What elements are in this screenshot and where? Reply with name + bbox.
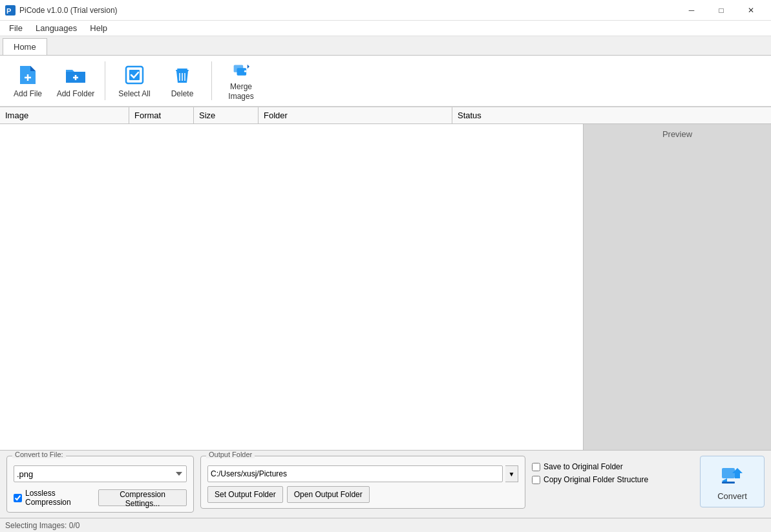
output-folder-group: Output Folder ▼ Set Output Folder Open O… <box>200 456 525 509</box>
svg-point-16 <box>244 70 246 72</box>
save-original-row: Save to Original Folder <box>532 462 693 471</box>
preview-label: Preview <box>662 129 692 139</box>
titlebar-title: PiCode v1.0.0 (Trial version) <box>19 6 118 15</box>
toolbar: Add File Add Folder Select All De <box>0 56 771 107</box>
menu-item-languages[interactable]: Languages <box>29 21 83 36</box>
minimize-button[interactable]: ─ <box>677 0 706 21</box>
col-header-image: Image <box>0 107 129 123</box>
svg-rect-9 <box>177 69 187 70</box>
titlebar-controls: ─ □ ✕ <box>677 0 766 21</box>
lossless-checkbox[interactable] <box>14 494 22 502</box>
delete-label: Delete <box>171 89 194 98</box>
lossless-label: Lossless Compression <box>25 489 94 507</box>
convert-label: Convert <box>717 491 747 501</box>
preview-panel: Preview <box>584 124 771 450</box>
add-folder-icon <box>64 63 87 87</box>
add-file-button[interactable]: Add File <box>5 58 50 103</box>
bottom-bar: Convert to File: .png .jpg .bmp .gif .ti… <box>0 450 771 518</box>
convert-button[interactable]: Convert <box>700 456 765 507</box>
tab-home[interactable]: Home <box>3 38 47 55</box>
add-file-label: Add File <box>14 89 42 98</box>
set-output-folder-button[interactable]: Set Output Folder <box>207 486 283 503</box>
copy-structure-row: Copy Original Folder Structure <box>532 475 693 484</box>
save-options-group: Save to Original Folder Copy Original Fo… <box>532 456 693 484</box>
output-path-chevron[interactable]: ▼ <box>505 465 518 482</box>
col-header-status: Status <box>452 107 771 123</box>
output-folder-title: Output Folder <box>206 451 255 458</box>
add-file-icon <box>16 63 39 87</box>
add-folder-label: Add Folder <box>57 89 95 98</box>
tabbar: Home <box>0 36 771 56</box>
menubar: File Languages Help <box>0 21 771 36</box>
select-all-button[interactable]: Select All <box>112 58 157 103</box>
select-all-label: Select All <box>118 89 150 98</box>
maximize-button[interactable]: □ <box>706 0 736 21</box>
save-original-label: Save to Original Folder <box>544 462 623 471</box>
open-output-folder-button[interactable]: Open Output Folder <box>287 486 370 503</box>
col-header-format: Format <box>129 107 194 123</box>
add-folder-button[interactable]: Add Folder <box>53 58 98 103</box>
svg-rect-18 <box>722 482 735 484</box>
file-list[interactable] <box>0 124 584 450</box>
svg-text:P: P <box>6 7 11 15</box>
col-header-folder: Folder <box>259 107 452 123</box>
close-button[interactable]: ✕ <box>736 0 766 21</box>
format-select[interactable]: .png .jpg .bmp .gif .tiff .webp <box>14 465 187 482</box>
output-path-row: ▼ <box>207 465 518 482</box>
compression-settings-button[interactable]: Compression Settings... <box>98 489 187 506</box>
merge-images-label: Merge Images <box>221 82 261 101</box>
output-path-input[interactable] <box>207 465 503 482</box>
merge-images-button[interactable]: Merge Images <box>218 58 264 103</box>
statusbar: Selecting Images: 0/0 <box>0 518 771 532</box>
compression-row: Lossless Compression Compression Setting… <box>14 489 187 507</box>
convert-to-title: Convert to File: <box>12 451 66 458</box>
copy-structure-label: Copy Original Folder Structure <box>544 475 648 484</box>
svg-rect-10 <box>176 70 189 71</box>
menu-item-help[interactable]: Help <box>83 21 114 36</box>
delete-icon <box>171 63 194 87</box>
output-btns: Set Output Folder Open Output Folder <box>207 486 518 503</box>
col-header-size: Size <box>194 107 259 123</box>
titlebar-left: P PiCode v1.0.0 (Trial version) <box>5 5 118 16</box>
main-content: Image Format Size Folder Status Preview <box>0 107 771 450</box>
save-original-checkbox[interactable] <box>532 463 540 471</box>
merge-images-icon <box>229 61 253 80</box>
convert-to-group: Convert to File: .png .jpg .bmp .gif .ti… <box>6 456 194 513</box>
app-icon: P <box>5 5 16 16</box>
toolbar-divider-2 <box>211 61 212 100</box>
titlebar: P PiCode v1.0.0 (Trial version) ─ □ ✕ <box>0 0 771 21</box>
statusbar-text: Selecting Images: 0/0 <box>5 521 79 530</box>
copy-structure-checkbox[interactable] <box>532 476 540 484</box>
select-all-icon <box>123 63 146 87</box>
table-header: Image Format Size Folder Status <box>0 107 771 124</box>
convert-icon <box>719 463 745 489</box>
lossless-checkbox-row: Lossless Compression <box>14 489 94 507</box>
toolbar-divider-1 <box>105 61 105 100</box>
menu-item-file[interactable]: File <box>3 21 29 36</box>
content-area: Preview <box>0 124 771 450</box>
delete-button[interactable]: Delete <box>160 58 205 103</box>
